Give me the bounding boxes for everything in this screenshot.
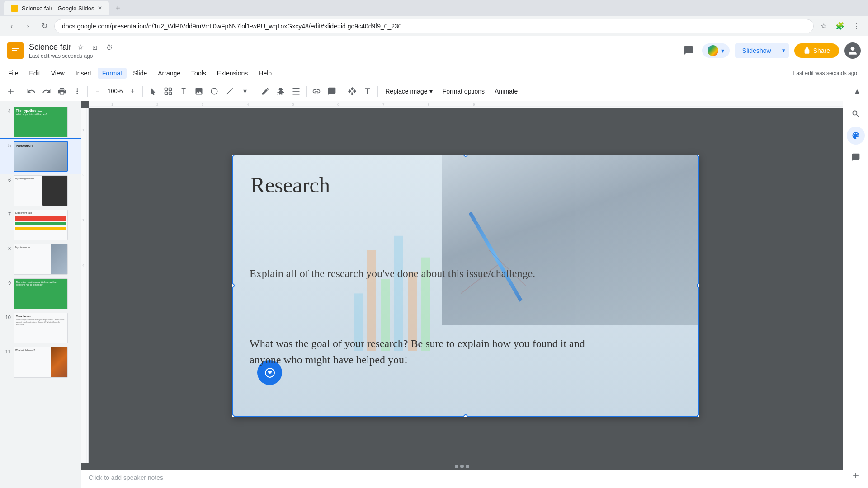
slideshow-button[interactable]: Slideshow	[735, 43, 778, 58]
menu-button[interactable]: ⋮	[850, 20, 863, 33]
image-tool[interactable]	[192, 84, 206, 99]
slideshow-dropdown-button[interactable]: ▾	[778, 43, 789, 58]
svg-rect-12	[293, 91, 300, 92]
slide-thumbnail-6: My testing method	[14, 175, 68, 206]
back-button[interactable]: ‹	[5, 20, 18, 33]
slide-item-9[interactable]: 9 This is the most important takeaway th…	[0, 277, 81, 311]
zoom-out-button[interactable]: −	[90, 84, 105, 99]
close-tab-icon[interactable]: ✕	[98, 5, 102, 11]
select-tool[interactable]	[161, 84, 175, 99]
distribute-button[interactable]	[289, 84, 303, 99]
slide-item-6[interactable]: 6 My testing method	[0, 174, 81, 208]
slide-item-7[interactable]: 7 Experiment data	[0, 208, 81, 242]
redo-button[interactable]	[39, 84, 54, 99]
move-tool[interactable]	[345, 84, 359, 99]
slide-thumbnail-11: What will I do next?	[14, 347, 68, 378]
format-options-button[interactable]: Format options	[438, 86, 489, 97]
comment-button[interactable]	[680, 42, 697, 59]
add-element-button[interactable]	[4, 84, 18, 99]
options-button[interactable]	[70, 84, 85, 99]
slides-panel: 4 The hypothesis... What do you think wi…	[0, 101, 81, 488]
new-tab-btn[interactable]: +	[111, 2, 124, 14]
active-tab[interactable]: Science fair - Google Slides ✕	[4, 1, 109, 15]
menu-tools[interactable]: Tools	[187, 68, 211, 79]
comment-inline-button[interactable]	[325, 84, 339, 99]
format-align-button[interactable]	[274, 84, 288, 99]
bookmark-button[interactable]: ☆	[817, 20, 830, 33]
search-panel-button[interactable]	[847, 105, 865, 123]
url-bar[interactable]: docs.google.com/presentation/d/1u2_WfPIV…	[54, 19, 814, 33]
menu-edit[interactable]: Edit	[25, 68, 45, 79]
menu-view[interactable]: View	[47, 68, 69, 79]
handle-bottom-right[interactable]	[697, 414, 699, 417]
menu-slide[interactable]: Slide	[128, 68, 151, 79]
speaker-notes-placeholder: Click to add speaker notes	[89, 474, 163, 481]
toolbar-separator-6	[342, 86, 342, 97]
svg-text:1: 1	[82, 128, 85, 132]
slide-number-8: 8	[4, 246, 11, 251]
menu-extensions[interactable]: Extensions	[212, 68, 252, 79]
replace-image-label: Replace image	[385, 88, 427, 95]
zoom-in-button[interactable]: +	[125, 84, 140, 99]
extension-button[interactable]: 🧩	[834, 20, 846, 33]
shapes-tool[interactable]	[207, 84, 222, 99]
forward-button[interactable]: ›	[22, 20, 34, 33]
slide-number-10: 10	[4, 314, 11, 320]
pen-hand-image	[442, 155, 699, 325]
toolbar-separator-7	[377, 86, 378, 97]
menu-insert[interactable]: Insert	[71, 68, 96, 79]
slide-item-10[interactable]: 10 Conclusion What can you conclude from…	[0, 311, 81, 345]
text-tool[interactable]: T	[176, 84, 191, 99]
user-avatar[interactable]	[844, 42, 861, 59]
alt-text-button[interactable]	[360, 84, 375, 99]
replace-image-button[interactable]: Replace image ▾	[381, 86, 437, 97]
menu-arrange[interactable]: Arrange	[153, 68, 185, 79]
slide-number-7: 7	[4, 211, 11, 217]
menu-help[interactable]: Help	[254, 68, 276, 79]
refresh-button[interactable]: ↻	[38, 20, 51, 33]
slide-thumbnail-9: This is the most important takeaway that…	[14, 278, 68, 309]
history-icon[interactable]: ⏱	[104, 42, 115, 53]
menu-format[interactable]: Format	[98, 68, 127, 79]
print-button[interactable]	[55, 84, 69, 99]
svg-rect-1	[12, 48, 19, 49]
account-switcher[interactable]: ▾	[702, 43, 730, 58]
pen-tool[interactable]	[258, 84, 273, 99]
svg-text:2: 2	[156, 103, 159, 107]
star-icon[interactable]: ☆	[75, 42, 86, 53]
add-element-panel-button[interactable]	[847, 466, 865, 484]
vertical-ruler: 1 2 3 4	[81, 108, 89, 463]
slide-item-4[interactable]: 4 The hypothesis... What do you think wi…	[0, 105, 81, 139]
themes-panel-button[interactable]	[847, 127, 865, 145]
share-label: Share	[813, 47, 830, 54]
slide-number-9: 9	[4, 280, 11, 286]
slide-canvas[interactable]: Research Explain all of the research you…	[232, 155, 699, 417]
link-button[interactable]	[309, 84, 324, 99]
slide-item-5[interactable]: 5 Research	[0, 139, 81, 174]
handle-right-mid[interactable]	[697, 283, 699, 288]
tab-title: Science fair - Google Slides	[22, 5, 94, 12]
slide-body-2: What was the goal of your research? Be s…	[250, 335, 609, 368]
line-tool[interactable]	[222, 84, 237, 99]
animate-button[interactable]: Animate	[490, 86, 522, 97]
canvas-scroll-area[interactable]: 1 2 3 4	[81, 108, 843, 463]
slide-item-8[interactable]: 8 My discoveries	[0, 242, 81, 277]
slide-item-11[interactable]: 11 What will I do next?	[0, 345, 81, 380]
comments-panel-button[interactable]	[847, 148, 865, 166]
menu-file[interactable]: File	[4, 68, 23, 79]
cursor-tool[interactable]	[146, 84, 160, 99]
slide-thumbnail-7: Experiment data	[14, 210, 68, 240]
share-button[interactable]: Share	[794, 43, 839, 58]
undo-button[interactable]	[24, 84, 38, 99]
handle-bottom-mid[interactable]	[463, 414, 468, 417]
slide-viewport[interactable]: Research Explain all of the research you…	[89, 108, 843, 463]
app-header: Science fair ☆ ⊡ ⏱ Last edit was seconds…	[0, 36, 868, 65]
collapse-toolbar-button[interactable]: ▲	[850, 84, 864, 99]
tab-bar: Science fair - Google Slides ✕ +	[0, 0, 868, 16]
line-type-dropdown[interactable]: ▾	[238, 84, 252, 99]
speaker-notes[interactable]: Click to add speaker notes	[81, 470, 843, 488]
toolbar-separator-2	[87, 86, 88, 97]
svg-rect-3	[12, 52, 18, 52]
app-title-area: Science fair ☆ ⊡ ⏱ Last edit was seconds…	[29, 42, 115, 59]
drive-icon[interactable]: ⊡	[90, 42, 100, 53]
